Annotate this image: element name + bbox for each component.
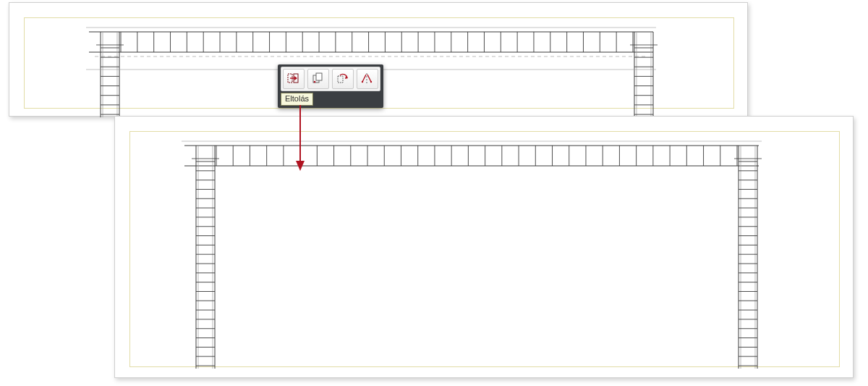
transition-arrow-head [296, 161, 305, 171]
toolbox-row [281, 67, 380, 91]
tooltip-label: Eltolás [281, 93, 313, 106]
panel-after [114, 116, 854, 378]
svg-point-160 [362, 81, 363, 83]
svg-point-158 [314, 81, 316, 83]
transition-arrow-line [299, 105, 301, 161]
viewport: Eltolás [0, 0, 868, 386]
pet-palette-toolbox: Eltolás [278, 64, 383, 108]
copy-icon [312, 72, 325, 85]
svg-rect-157 [316, 73, 322, 80]
svg-rect-159 [338, 76, 343, 83]
mirror-tool[interactable] [357, 69, 378, 89]
svg-point-161 [370, 81, 372, 83]
rotate-tool[interactable] [332, 69, 354, 89]
move-tool[interactable] [283, 69, 305, 89]
mirror-icon [361, 72, 374, 85]
copy-tool[interactable] [307, 69, 329, 89]
move-icon [287, 72, 300, 85]
rotate-icon [336, 72, 349, 85]
panel-after-drawing [115, 117, 854, 379]
